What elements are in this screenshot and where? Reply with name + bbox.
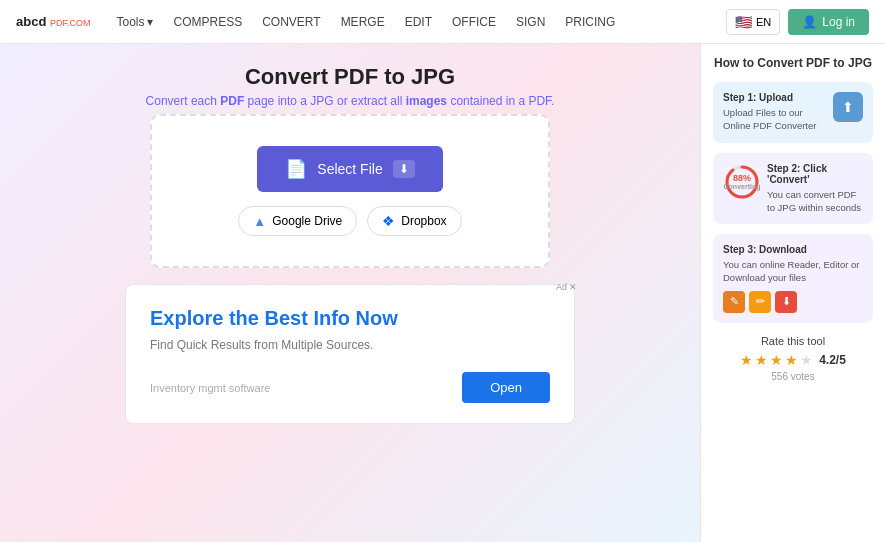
upload-icon: ⬇ bbox=[393, 160, 415, 178]
page-title-section: Convert PDF to JPG Convert each PDF page… bbox=[20, 64, 680, 108]
star-rating[interactable]: ★ ★ ★ ★ ★ 4.2/5 bbox=[713, 352, 873, 368]
rating-label: Rate this tool bbox=[713, 335, 873, 347]
upload-step-icon: ⬆ bbox=[833, 92, 863, 122]
chevron-down-icon: ▾ bbox=[147, 15, 153, 29]
star-5-half: ★ bbox=[800, 352, 813, 368]
cloud-buttons: ▲ Google Drive ❖ Dropbox bbox=[238, 206, 461, 236]
upload-box: 📄 Select File ⬇ ▲ Google Drive ❖ Dropbox bbox=[150, 114, 550, 268]
star-1: ★ bbox=[740, 352, 753, 368]
nav-sign[interactable]: SIGN bbox=[508, 9, 553, 35]
step3-card: Step 3: Download You can online Reader, … bbox=[713, 234, 873, 323]
ad-query: Inventory mgmt software bbox=[150, 382, 270, 394]
step3-desc: You can online Reader, Editor or Downloa… bbox=[723, 258, 863, 285]
nav-items: Tools ▾ COMPRESS CONVERT MERGE EDIT OFFI… bbox=[108, 9, 726, 35]
ad-container: Ad ✕ Explore the Best Info Now Find Quic… bbox=[125, 284, 575, 424]
rating-section: Rate this tool ★ ★ ★ ★ ★ 4.2/5 556 votes bbox=[713, 335, 873, 382]
sidebar: How to Convert PDF to JPG Step 1: Upload… bbox=[700, 44, 885, 542]
language-button[interactable]: 🇺🇸 EN bbox=[726, 9, 780, 35]
dropbox-icon: ❖ bbox=[382, 213, 395, 229]
star-4: ★ bbox=[785, 352, 798, 368]
reader-icon[interactable]: ✎ bbox=[723, 291, 745, 313]
tools-menu[interactable]: Tools ▾ bbox=[108, 9, 161, 35]
ad-badge: Ad ✕ bbox=[556, 282, 577, 292]
rating-score: 4.2/5 bbox=[819, 353, 846, 367]
progress-value: 88% Converting bbox=[724, 174, 761, 190]
step1-card: Step 1: Upload Upload Files to our Onlin… bbox=[713, 82, 873, 143]
ad-box: Explore the Best Info Now Find Quick Res… bbox=[125, 284, 575, 424]
navbar: abcd PDF.COM Tools ▾ COMPRESS CONVERT ME… bbox=[0, 0, 885, 44]
dropbox-button[interactable]: ❖ Dropbox bbox=[367, 206, 461, 236]
sidebar-title: How to Convert PDF to JPG bbox=[713, 56, 873, 70]
nav-merge[interactable]: MERGE bbox=[333, 9, 393, 35]
main-layout: Convert PDF to JPG Convert each PDF page… bbox=[0, 44, 885, 542]
step2-desc: You can convert PDF to JPG within second… bbox=[767, 188, 863, 215]
step3-label: Step 3: Download bbox=[723, 244, 863, 255]
step3-icons: ✎ ✏ ⬇ bbox=[723, 291, 863, 313]
star-3: ★ bbox=[770, 352, 783, 368]
page-subtitle: Convert each PDF page into a JPG or extr… bbox=[20, 94, 680, 108]
nav-edit[interactable]: EDIT bbox=[397, 9, 440, 35]
nav-convert[interactable]: CONVERT bbox=[254, 9, 328, 35]
step2-card: 88% Converting Step 2: Click 'Convert' Y… bbox=[713, 153, 873, 225]
login-button[interactable]: 👤 Log in bbox=[788, 9, 869, 35]
page-title: Convert PDF to JPG bbox=[20, 64, 680, 90]
star-2: ★ bbox=[755, 352, 768, 368]
logo[interactable]: abcd PDF.COM bbox=[16, 14, 90, 29]
step1-label: Step 1: Upload bbox=[723, 92, 827, 103]
google-drive-button[interactable]: ▲ Google Drive bbox=[238, 206, 357, 236]
ad-title: Explore the Best Info Now bbox=[150, 307, 550, 330]
ad-close-icon[interactable]: ✕ bbox=[569, 282, 577, 292]
flag-icon: 🇺🇸 bbox=[735, 14, 752, 30]
select-file-button[interactable]: 📄 Select File ⬇ bbox=[257, 146, 442, 192]
google-drive-icon: ▲ bbox=[253, 214, 266, 229]
logo-pdf-text: PDF.COM bbox=[50, 18, 91, 28]
step2-label: Step 2: Click 'Convert' bbox=[767, 163, 863, 185]
editor-icon[interactable]: ✏ bbox=[749, 291, 771, 313]
nav-pricing[interactable]: PRICING bbox=[557, 9, 623, 35]
content-area: Convert PDF to JPG Convert each PDF page… bbox=[0, 44, 700, 542]
ad-open-button[interactable]: Open bbox=[462, 372, 550, 403]
nav-compress[interactable]: COMPRESS bbox=[165, 9, 250, 35]
step1-desc: Upload Files to our Online PDF Converter bbox=[723, 106, 827, 133]
download-step-icon[interactable]: ⬇ bbox=[775, 291, 797, 313]
rating-votes: 556 votes bbox=[713, 371, 873, 382]
logo-abcd-text: abcd bbox=[16, 14, 46, 29]
file-icon: 📄 bbox=[285, 158, 307, 180]
ad-subtitle: Find Quick Results from Multiple Sources… bbox=[150, 338, 550, 352]
progress-circle: 88% Converting bbox=[723, 163, 761, 201]
user-icon: 👤 bbox=[802, 15, 817, 29]
nav-right: 🇺🇸 EN 👤 Log in bbox=[726, 9, 869, 35]
nav-office[interactable]: OFFICE bbox=[444, 9, 504, 35]
ad-footer: Inventory mgmt software Open bbox=[150, 372, 550, 403]
